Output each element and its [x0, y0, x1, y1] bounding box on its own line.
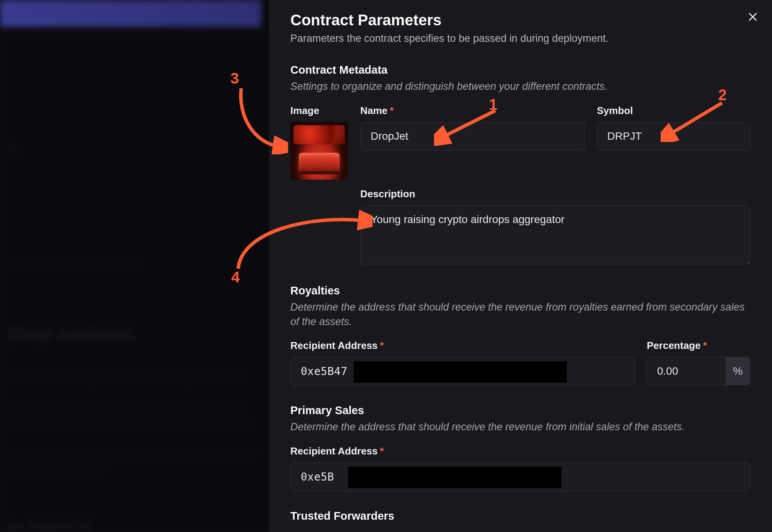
name-input[interactable]: [360, 122, 585, 150]
backdrop-title: Drop contract: [8, 322, 134, 345]
contract-image-upload[interactable]: [290, 122, 348, 180]
trusted-heading: Trusted Forwarders: [290, 510, 750, 522]
address-redaction: [354, 361, 567, 383]
primary-desc: Determine the address that should receiv…: [290, 420, 750, 435]
backdrop-text-3: atics) when each phase in a magazine won…: [8, 399, 250, 415]
section-metadata: Contract Metadata Settings to organize a…: [290, 64, 750, 266]
percentage-suffix: %: [726, 357, 750, 385]
royalties-desc: Determine the address that should receiv…: [290, 300, 750, 329]
metadata-desc: Settings to organize and distinguish bet…: [290, 79, 750, 94]
backdrop-banner: [0, 0, 261, 27]
backdrop-text-4b: an indic for mint them.: [8, 461, 106, 477]
backdrop-text-2: d you want to release a collection of un…: [8, 370, 245, 387]
address-redaction: [348, 467, 562, 488]
backdrop-text-4: ontract, they are not minted at this poi…: [8, 445, 256, 461]
name-label: Name*: [360, 105, 585, 117]
close-icon: [747, 11, 759, 23]
primary-addr-label: Recipient Address*: [290, 445, 750, 457]
contract-parameters-panel: Contract Parameters Parameters the contr…: [269, 0, 772, 532]
backdrop-supported: ge Supported: [8, 518, 92, 532]
royalty-percentage-input[interactable]: [647, 357, 726, 385]
description-textarea[interactable]: [360, 205, 750, 264]
description-label: Description: [360, 188, 750, 200]
symbol-label: Symbol: [597, 105, 750, 117]
backdrop-text-3b: including allowlists, release dates, cla…: [8, 415, 256, 431]
royalty-pct-label: Percentage*: [647, 340, 750, 352]
backdrop-text-1: of unique NFTs for a set price.: [8, 255, 141, 271]
metadata-heading: Contract Metadata: [290, 64, 750, 76]
section-trusted-forwarders: Trusted Forwarders: [290, 510, 750, 522]
backdrop-content: n of unique NFTs for a set price. Drop c…: [0, 27, 261, 532]
close-button[interactable]: [744, 8, 761, 25]
section-royalties: Royalties Determine the address that sho…: [290, 284, 750, 386]
panel-subtitle: Parameters the contract specifies to be …: [290, 33, 750, 45]
symbol-input[interactable]: [597, 122, 750, 150]
royalties-heading: Royalties: [290, 284, 750, 297]
section-primary-sales: Primary Sales Determine the address that…: [290, 404, 750, 491]
royalty-addr-label: Recipient Address*: [290, 340, 634, 352]
panel-title: Contract Parameters: [290, 12, 750, 29]
primary-heading: Primary Sales: [290, 404, 750, 417]
backdrop-heading-chip: n: [8, 140, 16, 156]
image-label: Image: [290, 105, 348, 117]
